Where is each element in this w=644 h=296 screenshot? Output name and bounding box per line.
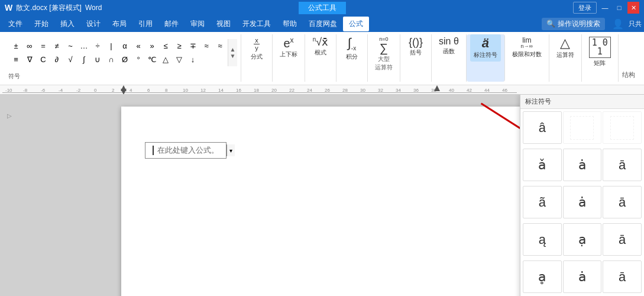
- accent-dot-above-2[interactable]: ȧ: [563, 186, 602, 218]
- script-group: ex 上下标: [273, 34, 305, 82]
- svg-text:-2: -2: [76, 88, 81, 93]
- close-button[interactable]: ✕: [627, 2, 639, 14]
- bracket-button[interactable]: {()} 括号: [404, 34, 428, 59]
- accent-hat[interactable]: â: [523, 111, 562, 144]
- accent-macron-4[interactable]: ā: [603, 260, 642, 293]
- login-button[interactable]: 登录: [573, 2, 597, 14]
- menu-references[interactable]: 引用: [132, 17, 158, 31]
- scroll-up-icon[interactable]: ▲: [230, 46, 236, 53]
- menu-review[interactable]: 审阅: [185, 17, 211, 31]
- sym-approx[interactable]: ≈: [200, 40, 213, 53]
- integral-button[interactable]: ∫-x 积分: [340, 34, 364, 63]
- function-button[interactable]: sin θ 函数: [435, 34, 462, 58]
- sym-arrow-down[interactable]: ↓: [186, 53, 199, 66]
- search-box[interactable]: 🔍 操作说明搜索: [542, 18, 605, 30]
- menu-baidu[interactable]: 百度网盘: [303, 17, 343, 31]
- accent-dropdown-panel: 标注符号 â ǎ ȧ: [520, 95, 644, 296]
- accent-tilde[interactable]: ã: [523, 186, 562, 218]
- sym-cup[interactable]: ∪: [91, 53, 104, 66]
- sym-approx2[interactable]: ≈: [213, 40, 226, 53]
- menu-design[interactable]: 设计: [80, 17, 106, 31]
- accent-empty-2[interactable]: [603, 111, 642, 144]
- accent-macron-2[interactable]: ā: [603, 186, 642, 218]
- accent-dot-above[interactable]: ȧ: [563, 149, 602, 181]
- menu-help[interactable]: 帮助: [277, 17, 303, 31]
- accent-button[interactable]: ä 标注符号: [470, 34, 501, 62]
- accent-macron[interactable]: ā: [603, 149, 642, 181]
- svg-text:10: 10: [183, 88, 188, 93]
- sym-nabla[interactable]: ∇: [23, 53, 36, 66]
- sym-eq[interactable]: =: [37, 40, 50, 53]
- accent-check[interactable]: ǎ: [523, 149, 562, 181]
- sym-cap[interactable]: ∩: [105, 53, 118, 66]
- radical-button[interactable]: n√x̄ 根式: [309, 34, 332, 59]
- sym-inf[interactable]: ∞: [23, 40, 36, 53]
- accent-ring-below[interactable]: ḁ: [523, 260, 562, 293]
- sym-neq[interactable]: ≠: [50, 40, 63, 53]
- large-op-button[interactable]: n=0 ∑ 大型运算符: [371, 34, 396, 74]
- sym-celsius[interactable]: ℃: [145, 53, 158, 66]
- symbols-grid: ± ∞ = ≠ ~ … ÷ | α « » ≤ ≥ ∓ ≈ ≈: [8, 38, 228, 67]
- limit-button[interactable]: lim n→∞ 极限和对数: [509, 34, 545, 61]
- matrix-group: 1 01 矩阵: [582, 34, 619, 82]
- matrix-button[interactable]: 1 01 矩阵: [585, 34, 614, 70]
- formula-input-box[interactable]: 在此处键入公式。: [145, 142, 226, 159]
- sym-deg[interactable]: °: [132, 53, 145, 66]
- dropdown-arrow-icon: ▾: [229, 147, 232, 154]
- title-bar: W 散文.docx [兼容模式] Word 公式工具 登录 — □ ✕: [0, 0, 644, 15]
- bracket-group: {()} 括号: [400, 34, 432, 82]
- maximize-button[interactable]: □: [613, 2, 625, 14]
- sym-ellipsis[interactable]: …: [77, 40, 90, 53]
- accent-dot-above-3[interactable]: ȧ: [563, 260, 602, 293]
- symbols-group: ± ∞ = ≠ ~ … ÷ | α « » ≤ ≥ ∓ ≈ ≈: [5, 34, 241, 82]
- menu-formula[interactable]: 公式: [343, 17, 369, 31]
- accent-cedilla[interactable]: ą: [523, 223, 562, 256]
- panel-title: 标注符号: [525, 98, 551, 105]
- menu-right: 🔍 操作说明搜索 👤 只共: [542, 18, 642, 30]
- menu-file[interactable]: 文件: [2, 17, 28, 31]
- formula-container: 在此处键入公式。 ▾: [145, 142, 500, 159]
- svg-text:36: 36: [413, 88, 419, 93]
- sym-ll[interactable]: «: [132, 40, 145, 53]
- sym-nabla2[interactable]: ▽: [173, 53, 186, 66]
- sym-div[interactable]: ÷: [91, 40, 104, 53]
- svg-text:-8: -8: [23, 88, 28, 93]
- menu-developer[interactable]: 开发工具: [237, 17, 277, 31]
- sym-partial[interactable]: ∂: [50, 53, 63, 66]
- accent-macron-3[interactable]: ā: [603, 223, 642, 256]
- sym-leq[interactable]: ≤: [159, 40, 172, 53]
- formula-tools-tab[interactable]: 公式工具: [299, 2, 346, 14]
- sym-alpha[interactable]: α: [118, 40, 131, 53]
- sym-sqrt[interactable]: √: [64, 53, 77, 66]
- fraction-button[interactable]: x y 分式: [245, 34, 268, 63]
- menu-home[interactable]: 开始: [28, 17, 54, 31]
- svg-text:0: 0: [94, 88, 97, 93]
- menu-layout[interactable]: 布局: [106, 17, 132, 31]
- sym-mp[interactable]: ∓: [186, 40, 199, 53]
- sym-c[interactable]: C: [37, 53, 50, 66]
- accent-empty-1[interactable]: [563, 111, 602, 144]
- accent-dot-below[interactable]: ạ: [563, 223, 602, 256]
- sym-geq[interactable]: ≥: [173, 40, 186, 53]
- search-placeholder: 操作说明搜索: [558, 19, 600, 29]
- formula-dropdown-btn[interactable]: ▾: [226, 144, 235, 156]
- sym-pipe[interactable]: |: [105, 40, 118, 53]
- sym-tilde[interactable]: ~: [64, 40, 77, 53]
- operator-button[interactable]: △ 运算符: [553, 34, 578, 62]
- script-button[interactable]: ex 上下标: [276, 34, 301, 61]
- minimize-button[interactable]: —: [599, 2, 611, 14]
- svg-text:24: 24: [307, 88, 312, 93]
- sym-triangle[interactable]: △: [159, 53, 172, 66]
- menu-insert[interactable]: 插入: [54, 17, 80, 31]
- sym-int[interactable]: ∫: [77, 53, 90, 66]
- accent-row-3: ã ȧ ā: [520, 184, 644, 221]
- svg-text:46: 46: [502, 88, 507, 93]
- sym-pm[interactable]: ±: [9, 40, 22, 53]
- sym-gg[interactable]: »: [145, 40, 158, 53]
- menu-mailings[interactable]: 邮件: [158, 17, 185, 31]
- symbols-scroll[interactable]: ▲ ▼: [228, 39, 237, 66]
- scroll-down-icon[interactable]: ▼: [230, 53, 236, 59]
- sym-empty[interactable]: Ø: [118, 53, 131, 66]
- sym-equiv[interactable]: ≡: [9, 53, 22, 66]
- menu-view[interactable]: 视图: [211, 17, 237, 31]
